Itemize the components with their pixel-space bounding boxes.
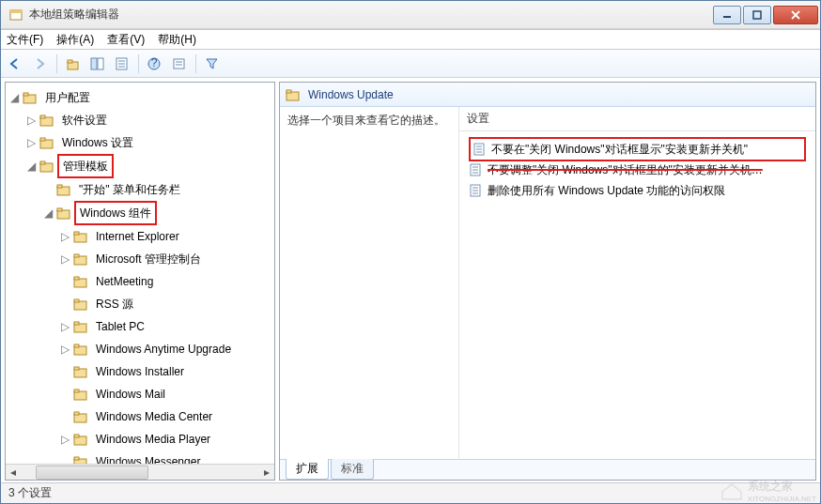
svg-rect-48 [74, 412, 79, 415]
tree-node-component[interactable]: ▷Internet Explorer [60, 225, 274, 248]
tree-scroll[interactable]: ◢ 用户配置 ▷软件设置 ▷Windows 设置 ◢管理模板 ▷"开始" 菜单和… [6, 83, 274, 464]
forward-button[interactable] [29, 53, 52, 75]
folder-icon [73, 230, 88, 243]
settings-list: 不要在"关闭 Windows"对话框显示"安装更新并关机"不要调整"关闭 Win… [459, 131, 815, 208]
tree-node-windows-settings[interactable]: ▷Windows 设置 [26, 131, 274, 154]
toolbar-separator [56, 54, 57, 73]
tree-node-component[interactable]: Windows Installer [60, 360, 274, 383]
expand-icon[interactable]: ▷ [26, 115, 37, 126]
setting-label: 删除使用所有 Windows Update 功能的访问权限 [488, 180, 725, 201]
expand-icon[interactable]: ▷ [60, 232, 70, 242]
details-tabs: 扩展 标准 [280, 459, 815, 480]
window-title: 本地组策略编辑器 [29, 7, 119, 23]
collapse-icon[interactable]: ◢ [9, 93, 20, 103]
tab-standard[interactable]: 标准 [331, 459, 374, 480]
tree-node-component[interactable]: ▷Windows Media Player [60, 428, 274, 451]
expand-icon[interactable]: ▷ [60, 254, 70, 265]
svg-rect-28 [57, 185, 62, 188]
svg-rect-16 [174, 59, 184, 69]
scroll-thumb[interactable] [36, 466, 148, 480]
setting-item[interactable]: 不要在"关闭 Windows"对话框显示"安装更新并关机" [469, 137, 806, 161]
tree-label: 用户配置 [40, 86, 95, 109]
setting-label: 不要调整"关闭 Windows"对话框里的"安装更新并关机… [488, 160, 763, 180]
tree-label: Windows Mail [91, 383, 170, 405]
collapse-icon[interactable]: ◢ [43, 208, 54, 219]
expand-icon[interactable]: ▷ [26, 138, 37, 148]
close-button[interactable] [773, 6, 818, 24]
menu-file[interactable]: 文件(F) [7, 32, 43, 48]
folder-icon [39, 160, 54, 173]
tree-label: Windows Installer [91, 360, 189, 383]
tree-hscrollbar[interactable]: ◂ ▸ [6, 464, 274, 480]
tree-label: "开始" 菜单和任务栏 [74, 178, 185, 201]
maximize-button[interactable] [743, 6, 771, 24]
tree-node-start-menu[interactable]: ▷"开始" 菜单和任务栏 [43, 178, 274, 201]
folder-icon [73, 433, 88, 446]
minimize-button[interactable] [713, 6, 741, 24]
expand-icon[interactable]: ▷ [60, 344, 70, 355]
folder-icon [73, 365, 88, 378]
toolbar-separator [138, 54, 139, 73]
properties-button[interactable] [111, 53, 133, 75]
scroll-left-icon[interactable]: ◂ [6, 466, 21, 480]
tree-pane: ◢ 用户配置 ▷软件设置 ▷Windows 设置 ◢管理模板 ▷"开始" 菜单和… [5, 82, 275, 481]
toolbar: ? [1, 50, 820, 78]
setting-label: 不要在"关闭 Windows"对话框显示"安装更新并关机" [491, 139, 748, 160]
tree-node-software[interactable]: ▷软件设置 [26, 109, 274, 131]
collapse-icon[interactable]: ◢ [26, 161, 37, 172]
scroll-right-icon[interactable]: ▸ [259, 466, 274, 480]
setting-item[interactable]: 不要调整"关闭 Windows"对话框里的"安装更新并关机… [469, 160, 806, 180]
svg-rect-32 [74, 232, 79, 235]
tree-label: 软件设置 [57, 109, 112, 131]
show-hide-tree-button[interactable] [86, 53, 109, 75]
svg-rect-44 [74, 367, 79, 370]
tree-label: Windows 设置 [57, 131, 138, 154]
svg-rect-40 [74, 322, 79, 325]
folder-icon [73, 320, 88, 333]
policy-icon [469, 184, 482, 197]
svg-rect-60 [287, 90, 291, 93]
nav-tree: ◢ 用户配置 ▷软件设置 ▷Windows 设置 ◢管理模板 ▷"开始" 菜单和… [8, 86, 274, 464]
menu-action[interactable]: 操作(A) [56, 32, 94, 48]
back-button[interactable] [5, 53, 27, 75]
window-buttons [713, 6, 820, 24]
menu-view[interactable]: 查看(V) [107, 32, 145, 48]
svg-rect-7 [68, 60, 72, 63]
tree-label: Windows Messenger [91, 451, 205, 464]
watermark-url: XITONGZHIJIA.NET [748, 495, 816, 503]
folder-icon [56, 183, 71, 196]
tree-node-component[interactable]: RSS 源 [60, 293, 274, 315]
setting-item[interactable]: 删除使用所有 Windows Update 功能的访问权限 [469, 180, 806, 201]
tree-node-component[interactable]: NetMeeting [60, 270, 274, 293]
svg-rect-46 [74, 389, 79, 392]
tree-node-component[interactable]: ▷Tablet PC [60, 315, 274, 338]
expand-icon[interactable]: ▷ [60, 322, 70, 332]
tree-label: Windows Anytime Upgrade [91, 338, 236, 360]
tree-node-windows-components[interactable]: ◢Windows 组件 [43, 201, 274, 225]
tree-node-user-config[interactable]: ◢ 用户配置 [9, 86, 274, 109]
folder-icon [73, 252, 88, 266]
tree-node-component[interactable]: Windows Mail [60, 383, 274, 405]
tree-node-component[interactable]: Windows Messenger [60, 451, 274, 464]
tree-node-component[interactable]: ▷Microsoft 管理控制台 [60, 248, 274, 270]
svg-rect-52 [74, 457, 79, 460]
tree-node-component[interactable]: Windows Media Center [60, 405, 274, 428]
tree-node-component[interactable]: ▷Windows Anytime Upgrade [60, 338, 274, 360]
tree-label: Internet Explorer [91, 225, 184, 248]
status-text: 3 个设置 [8, 485, 52, 501]
tree-label: Windows 组件 [74, 201, 157, 225]
details-pane: Windows Update 选择一个项目来查看它的描述。 设置 不要在"关闭 … [279, 82, 816, 481]
expand-icon[interactable]: ▷ [60, 435, 70, 445]
menubar: 文件(F) 操作(A) 查看(V) 帮助(H) [1, 29, 820, 50]
help-button[interactable]: ? [144, 53, 166, 75]
tab-extended[interactable]: 扩展 [286, 459, 329, 480]
folder-icon [39, 136, 54, 149]
titlebar: 本地组策略编辑器 [1, 1, 820, 29]
up-level-button[interactable] [62, 53, 85, 75]
options-button[interactable] [168, 53, 191, 75]
menu-help[interactable]: 帮助(H) [158, 32, 196, 48]
tree-node-admin-templates[interactable]: ◢管理模板 [26, 154, 274, 178]
folder-icon [23, 91, 38, 104]
main-split: ◢ 用户配置 ▷软件设置 ▷Windows 设置 ◢管理模板 ▷"开始" 菜单和… [1, 78, 820, 482]
filter-button[interactable] [201, 53, 224, 75]
